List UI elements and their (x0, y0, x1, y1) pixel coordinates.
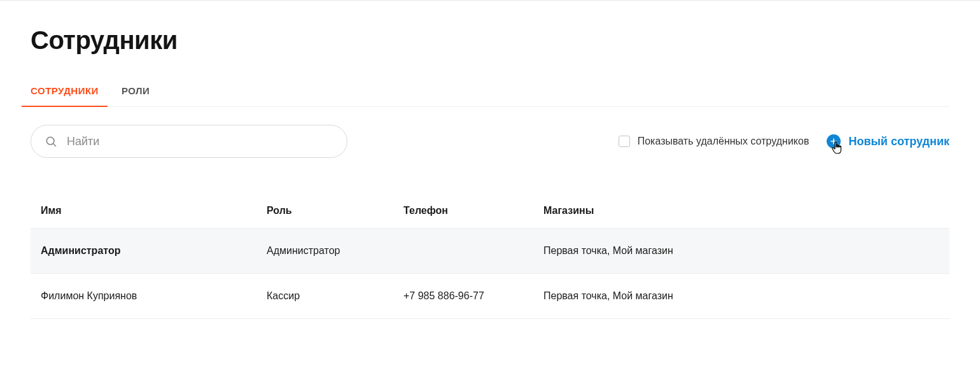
svg-line-1 (53, 144, 56, 146)
toolbar-right: Показывать удалённых сотрудников Новый с… (619, 134, 949, 148)
new-employee-button[interactable]: Новый сотрудник (827, 134, 949, 148)
page-title: Сотрудники (31, 26, 949, 55)
cell-phone: +7 985 886-96-77 (393, 274, 533, 319)
search-input[interactable] (31, 125, 347, 158)
search-icon (45, 135, 57, 148)
tabs: СОТРУДНИКИ РОЛИ (31, 85, 949, 107)
table-header-row: Имя Роль Телефон Магазины (31, 194, 949, 229)
toolbar: Показывать удалённых сотрудников Новый с… (31, 125, 949, 158)
cell-role: Администратор (256, 229, 393, 274)
new-employee-label: Новый сотрудник (848, 135, 949, 148)
employees-table: Имя Роль Телефон Магазины Администратор … (31, 194, 949, 319)
show-deleted-toggle[interactable]: Показывать удалённых сотрудников (619, 136, 809, 147)
tab-employees[interactable]: СОТРУДНИКИ (31, 85, 99, 106)
th-role[interactable]: Роль (256, 194, 393, 229)
table-row[interactable]: Администратор Администратор Первая точка… (31, 229, 949, 274)
cell-shops: Первая точка, Мой магазин (533, 274, 949, 319)
cell-role: Кассир (256, 274, 393, 319)
checkbox-icon (619, 136, 630, 147)
cell-name: Администратор (31, 229, 256, 274)
cell-phone (393, 229, 533, 274)
show-deleted-label: Показывать удалённых сотрудников (638, 136, 809, 147)
cell-name: Филимон Куприянов (31, 274, 256, 319)
tab-roles[interactable]: РОЛИ (122, 85, 150, 106)
th-name[interactable]: Имя (31, 194, 256, 229)
plus-circle-icon (827, 134, 841, 148)
table-row[interactable]: Филимон Куприянов Кассир +7 985 886-96-7… (31, 274, 949, 319)
th-phone[interactable]: Телефон (393, 194, 533, 229)
search-wrap (31, 125, 347, 158)
cell-shops: Первая точка, Мой магазин (533, 229, 949, 274)
th-shops[interactable]: Магазины (533, 194, 949, 229)
